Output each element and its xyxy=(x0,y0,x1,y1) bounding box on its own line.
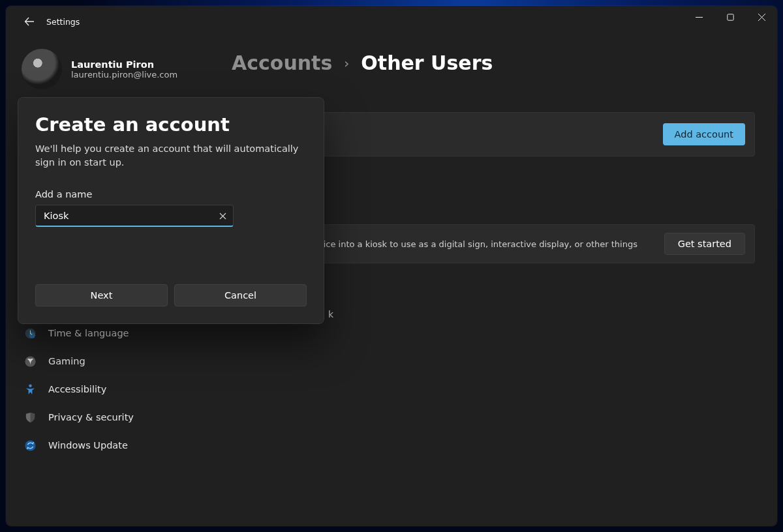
name-input[interactable] xyxy=(35,205,234,227)
minimize-icon xyxy=(696,14,703,21)
name-input-wrap xyxy=(35,205,234,227)
back-arrow-icon xyxy=(24,16,35,27)
page-title: Other Users xyxy=(361,52,493,74)
get-started-button[interactable]: Get started xyxy=(664,233,745,255)
next-button[interactable]: Next xyxy=(35,284,168,306)
titlebar: Settings xyxy=(6,6,777,37)
dialog-description: We'll help you create an account that wi… xyxy=(35,142,307,170)
profile-email: laurentiu.piron@live.com xyxy=(71,70,177,80)
accessibility-icon xyxy=(24,383,37,396)
profile-block[interactable]: Laurentiu Piron laurentiu.piron@live.com xyxy=(16,44,209,98)
sidebar-item-label: Privacy & security xyxy=(48,412,134,422)
cancel-button[interactable]: Cancel xyxy=(174,284,307,306)
profile-name: Laurentiu Piron xyxy=(71,59,177,70)
clock-globe-icon xyxy=(24,327,37,340)
xbox-icon xyxy=(24,355,37,368)
name-field-label: Add a name xyxy=(35,189,307,200)
sidebar-item-gaming[interactable]: Gaming xyxy=(16,348,209,374)
obscured-text-fragment: k xyxy=(328,309,755,319)
sidebar-item-label: Windows Update xyxy=(48,440,128,451)
sidebar-item-privacy-security[interactable]: Privacy & security xyxy=(16,404,209,430)
create-account-dialog: Create an account We'll help you create … xyxy=(18,97,324,324)
sidebar-item-accessibility[interactable]: Accessibility xyxy=(16,376,209,402)
shield-icon xyxy=(24,411,37,424)
chevron-right-icon: › xyxy=(344,55,349,71)
avatar xyxy=(22,49,62,89)
sidebar-item-label: Accessibility xyxy=(48,384,106,394)
x-icon xyxy=(219,213,226,220)
maximize-icon xyxy=(727,14,734,21)
breadcrumb-parent[interactable]: Accounts xyxy=(232,52,332,74)
close-button[interactable] xyxy=(746,6,777,28)
caption-buttons xyxy=(683,6,777,37)
svg-point-4 xyxy=(29,384,32,387)
add-account-button[interactable]: Add account xyxy=(663,123,745,145)
settings-window: Settings Laurentiu Piron laurentiu.piron… xyxy=(6,6,777,526)
svg-rect-0 xyxy=(727,14,733,20)
dialog-title: Create an account xyxy=(35,113,307,136)
app-title: Settings xyxy=(46,17,80,27)
dialog-buttons: Next Cancel xyxy=(35,284,307,306)
close-icon xyxy=(758,14,765,21)
sidebar-item-windows-update[interactable]: Windows Update xyxy=(16,432,209,458)
back-button[interactable] xyxy=(18,10,41,33)
sidebar-item-label: Time & language xyxy=(48,328,129,338)
sync-icon xyxy=(24,439,37,452)
svg-point-5 xyxy=(25,440,35,451)
sidebar-item-label: Gaming xyxy=(48,356,85,366)
breadcrumb: Accounts › Other Users xyxy=(232,52,755,74)
nav-list: Time & language Gaming Accessibility xyxy=(16,320,209,458)
maximize-button[interactable] xyxy=(714,6,746,28)
clear-input-button[interactable] xyxy=(214,207,231,224)
minimize-button[interactable] xyxy=(683,6,714,28)
